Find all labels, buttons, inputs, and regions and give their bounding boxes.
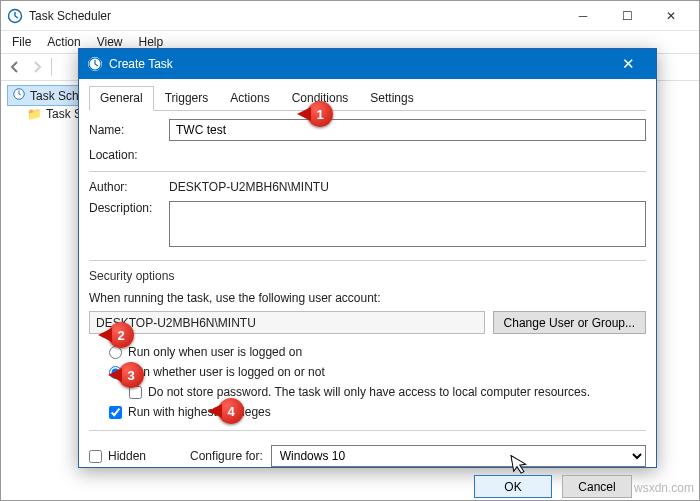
callout-1: 1 <box>307 101 333 127</box>
app-icon <box>7 8 23 24</box>
tab-actions[interactable]: Actions <box>219 86 280 111</box>
forward-icon[interactable] <box>29 59 45 75</box>
security-account-value: DESKTOP-U2MBH6N\MINTU <box>89 311 485 334</box>
name-label: Name: <box>89 123 169 137</box>
author-value: DESKTOP-U2MBH6N\MINTU <box>169 180 646 194</box>
dialog-titlebar: Create Task ✕ <box>79 49 656 79</box>
menu-file[interactable]: File <box>5 33 38 51</box>
description-label: Description: <box>89 201 169 215</box>
tree-child[interactable]: 📁 Task S <box>23 106 86 122</box>
radio-logged-on-or-not[interactable]: Run whether user is logged on or not <box>109 365 646 379</box>
clock-icon <box>87 56 103 72</box>
tree-child-label: Task S <box>46 107 82 121</box>
checkbox-highest-privileges[interactable]: Run with highest privileges <box>109 405 646 419</box>
cancel-button[interactable]: Cancel <box>562 475 632 498</box>
checkbox-store-password[interactable]: Do not store password. The task will onl… <box>129 385 646 399</box>
close-button[interactable]: ✕ <box>649 2 693 30</box>
dialog-title: Create Task <box>109 57 608 71</box>
author-label: Author: <box>89 180 169 194</box>
configure-for-select[interactable]: Windows 10 <box>271 445 646 467</box>
name-input[interactable] <box>169 119 646 141</box>
minimize-button[interactable]: ─ <box>561 2 605 30</box>
maximize-button[interactable]: ☐ <box>605 2 649 30</box>
security-options-title: Security options <box>89 269 646 283</box>
configure-for-label: Configure for: <box>190 449 263 463</box>
tabstrip: General Triggers Actions Conditions Sett… <box>89 85 646 111</box>
checkbox-hidden[interactable]: Hidden <box>89 449 146 463</box>
watermark: wsxdn.com <box>634 481 694 495</box>
folder-icon: 📁 <box>27 107 42 121</box>
tab-triggers[interactable]: Triggers <box>154 86 220 111</box>
location-label: Location: <box>89 148 169 162</box>
description-input[interactable] <box>169 201 646 247</box>
security-account-label: When running the task, use the following… <box>89 291 646 305</box>
callout-3: 3 <box>118 362 144 388</box>
back-icon[interactable] <box>7 59 23 75</box>
change-user-button[interactable]: Change User or Group... <box>493 311 646 334</box>
tab-settings[interactable]: Settings <box>359 86 424 111</box>
create-task-dialog: Create Task ✕ General Triggers Actions C… <box>78 48 657 468</box>
dialog-close-button[interactable]: ✕ <box>608 49 648 79</box>
clock-icon <box>12 87 26 104</box>
window-title: Task Scheduler <box>29 9 561 23</box>
tab-general[interactable]: General <box>89 86 154 111</box>
callout-2: 2 <box>108 322 134 348</box>
radio-logged-on[interactable]: Run only when user is logged on <box>109 345 646 359</box>
titlebar: Task Scheduler ─ ☐ ✕ <box>1 1 699 31</box>
callout-4: 4 <box>218 398 244 424</box>
